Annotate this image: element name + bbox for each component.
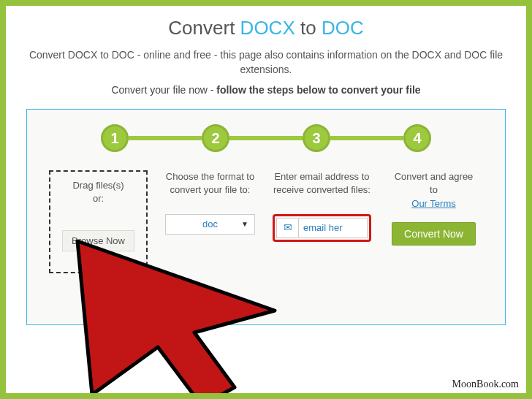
col-email: Enter email address to receive converted… — [270, 170, 374, 273]
col-convert: Convert and agree to Our Terms Convert N… — [381, 170, 486, 273]
instruction: Convert your file now - follow the steps… — [20, 84, 512, 96]
drag-text: Drag files(s) or: — [55, 179, 142, 217]
email-input-group[interactable]: ✉ email her — [276, 218, 368, 238]
watermark: MoonBook.com — [452, 379, 519, 390]
title-to: DOC — [322, 17, 364, 39]
convert-button[interactable]: Convert Now — [392, 222, 476, 246]
converter-card: 1 2 3 4 Drag files(s) or: Browse Now Cho… — [26, 109, 506, 325]
email-highlight: ✉ email her — [273, 214, 371, 242]
browse-button[interactable]: Browse Now — [62, 230, 134, 251]
col-upload: Drag files(s) or: Browse Now — [46, 170, 151, 273]
step-line — [229, 136, 303, 140]
agree-text: Convert and agree to Our Terms — [381, 170, 486, 210]
email-input[interactable]: email her — [299, 221, 367, 235]
terms-link[interactable]: Our Terms — [411, 198, 455, 209]
chevron-down-icon: ▼ — [241, 219, 248, 229]
col-format: Choose the format to convert your file t… — [158, 170, 262, 273]
format-label: Choose the format to convert your file t… — [158, 170, 262, 208]
convert-footer-label: Conver — [100, 299, 131, 310]
step-4: 4 — [403, 124, 431, 152]
step-line — [129, 136, 202, 140]
email-label: Enter email address to receive converted… — [270, 170, 374, 208]
title-mid: to — [295, 17, 322, 39]
title-prefix: Convert — [168, 17, 240, 39]
format-selected: doc — [202, 218, 218, 231]
step-2: 2 — [202, 124, 229, 152]
instruction-bold: follow the steps below to convert your f… — [216, 84, 420, 96]
stepper: 1 2 3 4 — [46, 124, 486, 170]
format-select[interactable]: doc ▼ — [165, 214, 255, 235]
envelope-icon: ✉ — [277, 218, 299, 238]
step-3: 3 — [303, 124, 330, 152]
instruction-lead: Convert your file now - — [111, 84, 216, 96]
drag-drop-zone[interactable]: Drag files(s) or: Browse Now — [49, 170, 148, 273]
page-title: Convert DOCX to DOC — [6, 17, 526, 39]
title-from: DOCX — [240, 17, 295, 39]
step-1: 1 — [101, 124, 129, 152]
subtitle: Convert DOCX to DOC - online and free - … — [20, 48, 512, 77]
columns: Drag files(s) or: Browse Now Choose the … — [46, 170, 486, 273]
step-line — [330, 136, 403, 140]
